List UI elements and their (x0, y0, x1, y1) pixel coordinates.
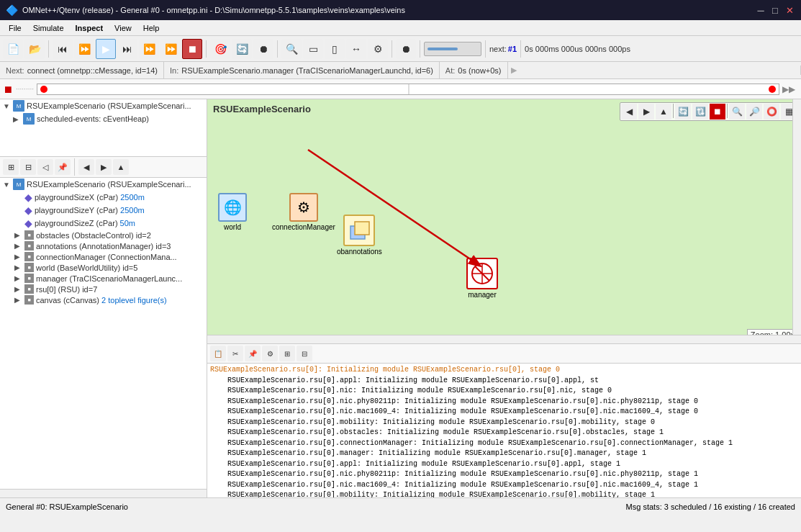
link-sizeX[interactable]: 2500m (120, 193, 145, 202)
bottom-left: General #0: RSUExampleScenario (6, 502, 128, 511)
small-sq-icon-7: ■ (24, 263, 34, 272)
small-sq-icon-10: ■ (24, 295, 34, 305)
step-button[interactable]: ⏮ (53, 39, 73, 59)
search-button[interactable]: 🔍 (281, 39, 302, 59)
net-zoom-out[interactable]: 🔎 (746, 104, 762, 120)
network-title: RSUExampleScenario (213, 104, 311, 114)
layout-arrow[interactable]: ↔ (346, 39, 366, 59)
layout-v[interactable]: ▯ (325, 39, 345, 59)
minimize-button[interactable]: ─ (755, 4, 766, 16)
tree-item-connmgr[interactable]: ▶ ■ connectionManager (ConnectionMana... (0, 251, 207, 262)
console-btn4[interactable]: ⚙ (262, 346, 278, 361)
next-number: #1 (508, 45, 517, 53)
console-btn3[interactable]: 📌 (245, 346, 261, 361)
tree-item-scheduled[interactable]: ▶ M scheduled-events: cEventHeap) (0, 112, 207, 125)
tree-item-canvas[interactable]: ▶ ■ canvas (cCanvas) 2 toplevel figure(s… (0, 294, 207, 305)
timeline-end-icon: ▶▶ (782, 84, 798, 94)
console-btn5[interactable]: ⊞ (279, 346, 295, 361)
tree-item-world[interactable]: ▶ ■ world (BaseWorldUtility) id=5 (0, 262, 207, 273)
tree-item-sizeZ[interactable]: ▶ ◆ playgroundSizeZ (cPar) 50m (0, 217, 207, 230)
tree-forward-button[interactable]: ▶ (96, 159, 112, 175)
speed-slider[interactable] (424, 42, 481, 56)
tree-item-rsu[interactable]: ▶ ■ rsu[0] (RSU) id=7 (0, 284, 207, 294)
menu-file[interactable]: File (3, 22, 27, 34)
module-world[interactable]: 🌐 world (218, 193, 247, 231)
tree-back-button[interactable]: ◀ (78, 159, 94, 175)
link-sizeY[interactable]: 2500m (120, 206, 145, 215)
status-extra: ▶ (508, 66, 801, 75)
net-scrollbar-v[interactable] (792, 99, 801, 335)
tree-item-sizeX[interactable]: ▶ ◆ playgroundSizeX (cPar) 2500m (0, 191, 207, 204)
net-scrollbar-h[interactable] (207, 335, 801, 343)
net-circle[interactable]: ⭕ (764, 104, 779, 120)
net-refresh2[interactable]: 🔃 (692, 104, 708, 120)
net-back[interactable]: ◀ (621, 104, 637, 120)
menu-view[interactable]: View (109, 22, 137, 34)
left-scrollbar-h[interactable] (0, 489, 207, 497)
tree-b-label-10: canvas (cCanvas) 2 toplevel figure(s) (36, 296, 167, 305)
tree-item-manager[interactable]: ▶ ■ manager (TraCIScenarioManagerLaunc..… (0, 273, 207, 284)
separator-6 (485, 40, 486, 58)
step2-button[interactable]: ⏩ (74, 39, 94, 59)
console-line-4: RSUExampleScenario.rsu[0].nic.mac1609_4:… (210, 407, 798, 418)
collapse-all-button[interactable]: ⊟ (20, 159, 36, 175)
close-button[interactable]: ✕ (784, 4, 795, 16)
module-annotations[interactable]: obannotations (337, 215, 382, 256)
status-next-label: Next: (6, 66, 24, 75)
until-button[interactable]: ⏩ (160, 39, 181, 59)
net-refresh1[interactable]: 🔄 (675, 104, 691, 120)
console-output[interactable]: RSUExampleScenario.rsu[0]: Initializing … (207, 364, 801, 497)
tree-item-rsu-top[interactable]: ▼ M RSUExampleScenario (RSUExampleScenar… (0, 99, 207, 112)
module-manager[interactable]: manager (466, 258, 498, 299)
net-zoom-in[interactable]: 🔍 (729, 104, 745, 120)
collapse-tree-button[interactable]: ◁ (37, 159, 53, 175)
run-button[interactable]: ▶ (96, 39, 116, 59)
console-btn6[interactable]: ⊟ (297, 346, 312, 361)
console-btn1[interactable]: 📋 (210, 346, 226, 361)
module-connmgr[interactable]: ⚙ connectionManager (272, 193, 335, 231)
menu-help[interactable]: Help (137, 22, 166, 34)
timeline-bar[interactable] (37, 84, 779, 95)
status-next-value: connect (omnetpp::cMessage, id=14) (27, 66, 158, 75)
rewind-button[interactable]: 🔄 (232, 39, 252, 59)
tree-item-obstacles[interactable]: ▶ ■ obstacles (ObstacleControl) id=2 (0, 230, 207, 240)
tree-label-rsu-top: RSUExampleScenario (RSUExampleScenari... (27, 102, 191, 110)
main-area: ▼ M RSUExampleScenario (RSUExampleScenar… (0, 99, 801, 515)
tree-b-label-2: playgroundSizeY (cPar) 2500m (35, 206, 145, 215)
console-line-2: RSUExampleScenario.rsu[0].nic: Initializ… (210, 386, 798, 397)
net-forward[interactable]: ▶ (638, 104, 654, 120)
menu-inspect[interactable]: Inspect (70, 22, 109, 34)
tree-up-button[interactable]: ▲ (113, 159, 129, 175)
open-button[interactable]: 📂 (24, 39, 45, 59)
express-button[interactable]: ⏩ (139, 39, 159, 59)
next-label: next: (489, 45, 507, 53)
net-up[interactable]: ▲ (656, 104, 671, 120)
tree-bottom-root[interactable]: ▼ M RSUExampleScenario (RSUExampleScenar… (0, 178, 207, 191)
svg-rect-1 (355, 222, 369, 235)
stop-button[interactable]: ⏹ (182, 39, 202, 59)
menu-simulate[interactable]: Simulate (27, 22, 70, 34)
tree-item-sizeY[interactable]: ▶ ◆ playgroundSizeY (cPar) 2500m (0, 204, 207, 217)
maximize-button[interactable]: □ (769, 4, 781, 16)
tree-b-arr-9: ▶ (14, 285, 24, 293)
tree-b-label-7: world (BaseWorldUtility) id=5 (36, 263, 137, 272)
console-btn2[interactable]: ✂ (227, 346, 243, 361)
tree-bottom: ▼ M RSUExampleScenario (RSUExampleScenar… (0, 178, 207, 489)
fast-button[interactable]: ⏭ (117, 39, 137, 59)
title-left: 🔷 OMNet++/Qtenv (release) - General #0 -… (6, 4, 405, 16)
link-sizeZ[interactable]: 50m (120, 219, 135, 227)
net-stop[interactable]: ⏹ (710, 104, 725, 120)
new-button[interactable]: 📄 (3, 39, 23, 59)
console-line-7: RSUExampleScenario.rsu[0].connectionMana… (210, 438, 798, 449)
layout-h[interactable]: ▭ (303, 39, 323, 59)
settings-button[interactable]: ⚙ (368, 39, 388, 59)
link-canvas[interactable]: 2 toplevel figure(s) (101, 296, 167, 305)
console-line-11: RSUExampleScenario.rsu[0].nic.mac1609_4:… (210, 480, 798, 491)
record2-button[interactable]: ⏺ (396, 39, 416, 59)
tree-pin-button[interactable]: 📌 (55, 159, 71, 175)
window-title: OMNet++/Qtenv (release) - General #0 - o… (22, 6, 405, 14)
tree-item-annotations[interactable]: ▶ ■ annotations (AnnotationManager) id=3 (0, 240, 207, 251)
event-button[interactable]: 🎯 (210, 39, 230, 59)
expand-all-button[interactable]: ⊞ (3, 159, 19, 175)
record-button[interactable]: ⏺ (253, 39, 273, 59)
